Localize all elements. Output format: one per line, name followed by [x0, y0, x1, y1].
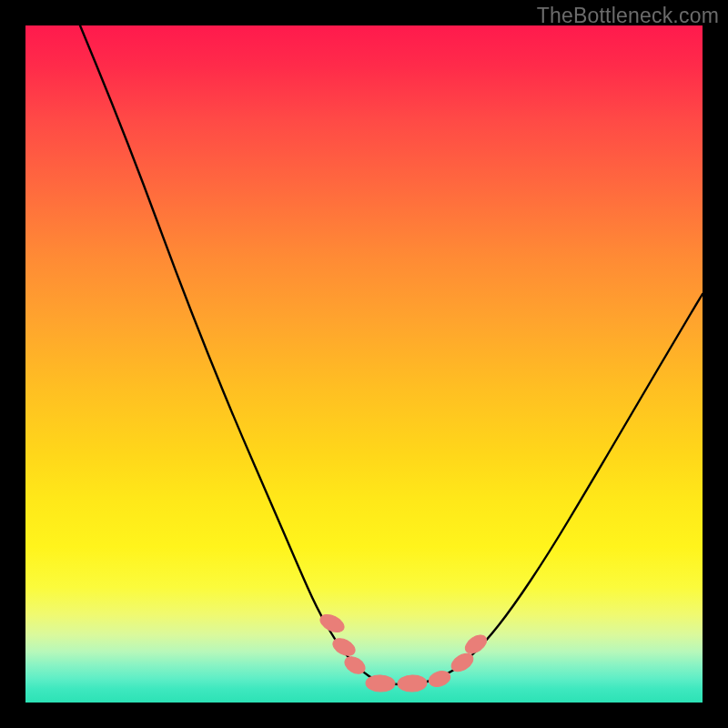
data-marker: [398, 674, 428, 692]
chart-frame: TheBottleneck.com: [0, 0, 728, 728]
curve-layer: [25, 25, 703, 703]
data-marker: [427, 669, 452, 690]
data-markers: [318, 612, 490, 693]
bottleneck-curve: [80, 25, 703, 684]
data-marker: [366, 674, 396, 692]
plot-area: [25, 25, 703, 703]
data-marker: [462, 632, 490, 657]
watermark-text: TheBottleneck.com: [537, 4, 719, 28]
